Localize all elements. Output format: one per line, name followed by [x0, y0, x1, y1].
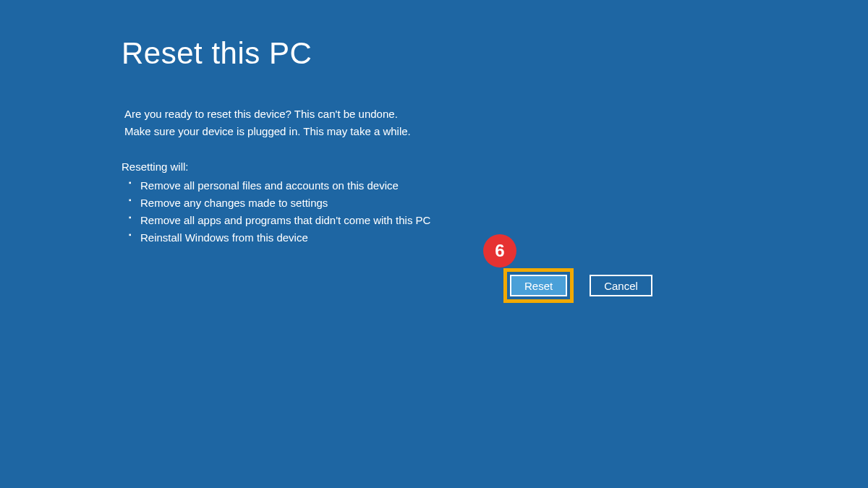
step-number-badge: 6 — [483, 234, 516, 267]
list-item: Remove all personal files and accounts o… — [129, 177, 868, 194]
list-item: Remove all apps and programs that didn't… — [129, 212, 868, 229]
warning-line-2: Make sure your device is plugged in. Thi… — [124, 123, 868, 140]
warning-text: Are you ready to reset this device? This… — [122, 106, 868, 140]
page-title: Reset this PC — [122, 36, 868, 71]
reset-button-highlight: Reset — [503, 268, 574, 303]
reset-button[interactable]: Reset — [510, 275, 567, 296]
button-row: Reset Cancel — [503, 268, 652, 303]
list-item: Remove any changes made to settings — [129, 194, 868, 212]
cancel-button[interactable]: Cancel — [590, 275, 652, 296]
warning-line-1: Are you ready to reset this device? This… — [124, 106, 868, 123]
reset-heading: Resetting will: — [122, 160, 868, 173]
